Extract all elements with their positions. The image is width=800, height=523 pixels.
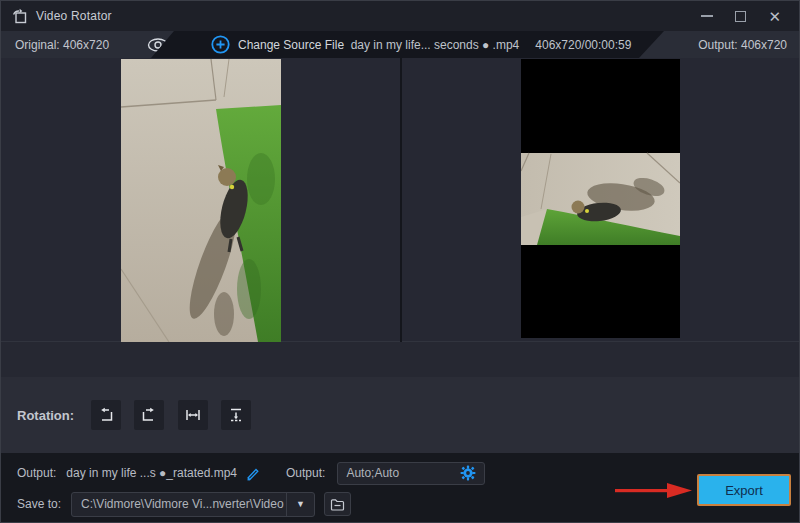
output-file-label: Output: [17, 466, 56, 480]
settings-gear-icon[interactable] [460, 465, 476, 481]
flip-horizontal-icon [185, 407, 201, 423]
app-rotate-icon [11, 8, 28, 25]
app-title: Video Rotator [36, 9, 112, 23]
source-file-name: day in my life... seconds ● .mp4 [351, 38, 520, 52]
flip-vertical-icon [228, 407, 244, 423]
output-format-value: Auto;Auto [346, 466, 460, 480]
output-file-name: day in my life ...s ●_ratated.mp4 [66, 466, 237, 480]
close-icon[interactable]: ✕ [768, 9, 781, 24]
add-circle-icon [211, 35, 230, 54]
rotation-section: Rotation: [1, 377, 799, 453]
annotation-arrow-icon [615, 482, 693, 499]
change-source-file-label: Change Source File [238, 38, 344, 52]
original-video-preview [121, 59, 281, 342]
original-video-frame [121, 59, 281, 342]
preview-eye-icon[interactable] [147, 38, 169, 52]
edit-pencil-icon[interactable] [245, 466, 260, 481]
title-bar: Video Rotator ✕ [1, 1, 799, 31]
save-to-label: Save to: [17, 497, 61, 511]
original-resolution-label: Original: 406x720 [15, 38, 109, 52]
flip-horizontal-button[interactable] [178, 400, 208, 430]
rotate-right-icon [141, 407, 157, 423]
output-format-label: Output: [286, 466, 325, 480]
source-file-info: day in my life... seconds ● .mp4 406x720… [341, 31, 641, 58]
minimize-icon[interactable] [701, 15, 713, 17]
output-resolution-label: Output: 406x720 [698, 38, 787, 52]
rotate-left-icon [98, 407, 114, 423]
output-info-tab: Output: 406x720 [639, 31, 799, 58]
original-info-tab: Original: 406x720 [1, 31, 186, 58]
rotated-video-frame [521, 59, 680, 338]
rotate-right-button[interactable] [134, 400, 164, 430]
video-rotator-window: Video Rotator ✕ Original: 406x720 Change… [0, 0, 800, 523]
save-path-dropdown[interactable]: ▼ [286, 493, 314, 516]
save-path-field[interactable]: C:\Vidmore\Vidmore Vi...nverter\Video Ro… [71, 492, 315, 517]
rotation-label: Rotation: [17, 377, 74, 453]
output-file-row: Output: day in my life ...s ●_ratated.mp… [17, 461, 485, 485]
change-source-file-button[interactable]: Change Source File [211, 31, 344, 58]
preview-pane-divider [400, 58, 402, 342]
output-format-field[interactable]: Auto;Auto [337, 462, 485, 485]
export-button[interactable]: Export [697, 474, 791, 506]
folder-icon [330, 498, 345, 511]
flip-vertical-button[interactable] [221, 400, 251, 430]
rotated-video-preview [521, 59, 680, 338]
browse-folder-button[interactable] [324, 492, 351, 516]
rotate-left-button[interactable] [91, 400, 121, 430]
playback-controls: 00:00:39.04/00:00:59.18 [1, 342, 799, 377]
save-path-value: C:\Vidmore\Vidmore Vi...nverter\Video Ro… [81, 497, 286, 511]
chevron-down-icon: ▼ [296, 499, 305, 509]
save-to-row: Save to: C:\Vidmore\Vidmore Vi...nverter… [17, 491, 351, 517]
info-bar: Original: 406x720 Change Source File day… [1, 31, 799, 58]
source-file-meta: 406x720/00:00:59 [535, 38, 631, 52]
maximize-icon[interactable] [735, 11, 746, 22]
